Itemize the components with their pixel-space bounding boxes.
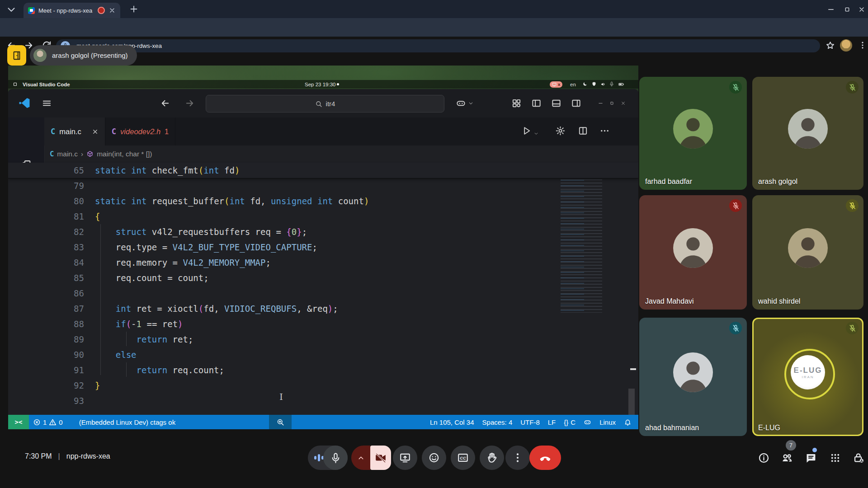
new-tab-button[interactable] [129,4,139,14]
mic-off-badge [846,199,859,212]
participant-avatar [788,228,828,268]
people-button[interactable] [781,452,793,464]
mic-off-icon [732,202,740,210]
participant-tile-wahid-shirdel[interactable]: wahid shirdel [752,195,863,310]
code-line: 89 return ret; [8,332,638,347]
participant-logo: E-LUGIRAN [791,355,825,389]
ctags-status: (Embedded Linux Dev) ctags ok [75,415,179,429]
participant-avatar [788,109,828,149]
presentation-video-tile[interactable]: Visual Studio Code Sep 23 19:30 x en [8,66,638,429]
line-number: 89 [52,332,84,347]
participant-name: farhad baadfar [645,178,692,186]
meeting-details-button[interactable] [758,452,770,464]
browser-profile-avatar[interactable] [840,39,852,52]
people-count-badge: 7 [786,440,796,450]
remote-indicator: >< [8,415,29,429]
host-controls-button[interactable] [853,452,865,464]
mic-off-badge [846,81,859,94]
browser-menu-icon[interactable] [858,41,867,50]
present-button[interactable] [393,446,417,470]
line-number: 80 [52,193,84,209]
copilot-status [580,415,595,429]
browser-tab[interactable]: Meet - npp-rdws-xea [24,3,120,18]
copilot-chevron-icon [468,98,474,108]
c-lang-icon: C [51,127,55,136]
mic-off-icon [849,324,856,332]
language-status: {} C [560,415,580,429]
window-close-button[interactable] [858,6,865,13]
vscode-title-bar: itr4 [8,89,638,117]
participant-tile-ahad-bahmanian[interactable]: ahad bahmanian [639,318,747,436]
mic-off-icon [732,324,740,332]
customize-layout-icon [511,98,522,108]
more-options-button[interactable] [505,446,530,470]
participant-tile-javad-mahdavi[interactable]: Javad Mahdavi [639,195,747,310]
breadcrumb-file: main.c [57,150,78,158]
end-call-button[interactable] [529,446,561,470]
mic-off-badge [729,199,742,212]
bookmark-star-icon[interactable] [826,41,835,50]
activities-button[interactable] [829,452,841,464]
raise-hand-button[interactable] [480,446,504,470]
end-call-icon [539,451,552,464]
line-number: 79 [52,178,84,193]
participant-tile-e-lug[interactable]: E-LUGIRANE-LUG [752,318,863,436]
toggle-secondary-sidebar-icon [571,98,581,108]
code-line: 87 int ret = xioctl(fd, VIDIOC_REQBUFS, … [8,301,638,316]
window-restore-button[interactable] [844,6,851,13]
tab-title: Meet - npp-rdws-xea [38,7,94,14]
line-number: 65 [52,163,84,178]
hand-icon [486,452,498,464]
braces-glyph: {} [564,418,568,426]
focused-app-name: Visual Studio Code [23,82,70,87]
meeting-room-button[interactable] [7,45,26,66]
editor-tab-videodev2.h: Cvideodev2.h1 [105,117,175,145]
battery-icon [618,81,625,87]
kebab-icon [512,452,524,464]
code-line: 84 req.memory = V4L2_MEMORY_MMAP; [8,255,638,270]
line-number: 83 [52,239,84,255]
microphone-button[interactable] [308,446,348,470]
meet-favicon-icon [28,7,35,14]
tab-close-icon[interactable] [108,7,116,14]
participant-tile-arash-golgol[interactable]: arash golgol [752,77,863,190]
mic-status-icon [609,81,614,87]
window-minimize-button[interactable] [827,6,835,13]
copilot-status-icon [584,418,591,426]
participant-avatar [673,109,713,149]
tab-badge: 1 [165,127,169,136]
code-line: 82 struct v4l2_requestbuffers req = {0}; [8,224,638,239]
participant-avatar [673,352,713,392]
copilot-icon [456,98,466,108]
code-line: 93 [8,393,638,408]
captions-button[interactable]: CC [451,446,475,470]
problems-status: 1 0 [29,415,67,429]
camera-off-button[interactable] [370,446,391,470]
workspace-icon [12,81,18,87]
camera-options-button[interactable] [351,446,370,470]
line-number: 85 [52,270,84,286]
participant-name: Javad Mahdavi [645,297,694,305]
code-line: 90 else [8,347,638,362]
camera-control [351,446,390,470]
vscode-restore-icon [609,101,614,106]
address-bar[interactable]: meet.google.com/npp-rdws-xea [56,39,820,52]
chat-button[interactable] [805,452,817,464]
line-number: 82 [52,224,84,239]
tab-search-button[interactable] [5,4,17,15]
browser-toolbar: meet.google.com/npp-rdws-xea [0,18,868,37]
reactions-button[interactable] [422,446,446,470]
run-options-chevron-icon [533,128,539,139]
mic-icon [330,452,341,464]
mic-off-icon [732,84,740,91]
nav-forward-icon [184,98,195,108]
participant-tile-farhad-baadfar[interactable]: farhad baadfar [639,77,747,190]
breadcrumb-symbol: main(int, char * []) [97,150,152,158]
notifications-status [620,415,636,429]
encoding-status: UTF-8 [516,415,544,429]
eol-status: LF [544,415,560,429]
chat-unread-dot [812,448,817,452]
toggle-panel-icon [551,98,561,108]
toggle-sidebar-icon [531,98,542,108]
os-status: Linux [595,415,620,429]
